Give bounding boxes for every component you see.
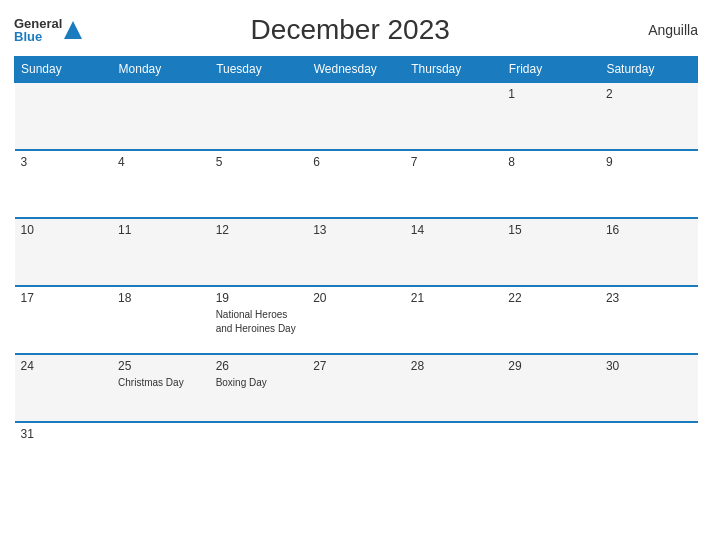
day-cell-1-0: 3 (15, 150, 113, 218)
day-number: 21 (411, 291, 497, 305)
day-number: 15 (508, 223, 594, 237)
day-cell-4-2: 26Boxing Day (210, 354, 308, 422)
day-cell-4-5: 29 (502, 354, 600, 422)
calendar-grid: Sunday Monday Tuesday Wednesday Thursday… (14, 56, 698, 472)
day-cell-1-3: 6 (307, 150, 405, 218)
day-number: 4 (118, 155, 204, 169)
day-number: 16 (606, 223, 692, 237)
day-cell-0-4 (405, 82, 503, 150)
day-cell-3-0: 17 (15, 286, 113, 354)
day-number: 14 (411, 223, 497, 237)
day-cell-4-4: 28 (405, 354, 503, 422)
day-cell-3-4: 21 (405, 286, 503, 354)
day-cell-2-5: 15 (502, 218, 600, 286)
day-number: 3 (21, 155, 107, 169)
day-cell-2-2: 12 (210, 218, 308, 286)
day-cell-5-3 (307, 422, 405, 472)
day-number: 22 (508, 291, 594, 305)
day-cell-4-3: 27 (307, 354, 405, 422)
day-number: 8 (508, 155, 594, 169)
header-saturday: Saturday (600, 57, 698, 83)
day-cell-2-6: 16 (600, 218, 698, 286)
day-cell-1-1: 4 (112, 150, 210, 218)
day-number: 1 (508, 87, 594, 101)
day-cell-3-3: 20 (307, 286, 405, 354)
logo-icon (64, 21, 82, 39)
day-cell-1-6: 9 (600, 150, 698, 218)
day-cell-4-1: 25Christmas Day (112, 354, 210, 422)
day-cell-5-2 (210, 422, 308, 472)
day-cell-4-6: 30 (600, 354, 698, 422)
day-cell-2-3: 13 (307, 218, 405, 286)
day-number: 19 (216, 291, 302, 305)
day-number: 29 (508, 359, 594, 373)
day-number: 9 (606, 155, 692, 169)
header-monday: Monday (112, 57, 210, 83)
day-number: 10 (21, 223, 107, 237)
day-number: 28 (411, 359, 497, 373)
day-cell-0-0 (15, 82, 113, 150)
day-cell-5-0: 31 (15, 422, 113, 472)
day-cell-1-4: 7 (405, 150, 503, 218)
week-row-5: 31 (15, 422, 698, 472)
day-number: 24 (21, 359, 107, 373)
day-cell-5-1 (112, 422, 210, 472)
day-number: 20 (313, 291, 399, 305)
day-event: Boxing Day (216, 377, 267, 388)
day-cell-2-4: 14 (405, 218, 503, 286)
day-number: 13 (313, 223, 399, 237)
day-event: National Heroes and Heroines Day (216, 309, 296, 334)
header-thursday: Thursday (405, 57, 503, 83)
week-row-1: 3456789 (15, 150, 698, 218)
day-cell-5-5 (502, 422, 600, 472)
day-cell-5-4 (405, 422, 503, 472)
header-friday: Friday (502, 57, 600, 83)
header-sunday: Sunday (15, 57, 113, 83)
day-cell-0-6: 2 (600, 82, 698, 150)
calendar-region: Anguilla (618, 22, 698, 38)
day-number: 27 (313, 359, 399, 373)
day-cell-3-5: 22 (502, 286, 600, 354)
day-number: 30 (606, 359, 692, 373)
week-row-4: 2425Christmas Day26Boxing Day27282930 (15, 354, 698, 422)
day-cell-0-5: 1 (502, 82, 600, 150)
day-number: 6 (313, 155, 399, 169)
day-cell-5-6 (600, 422, 698, 472)
day-number: 18 (118, 291, 204, 305)
calendar-container: General Blue December 2023 Anguilla Sund… (0, 0, 712, 550)
logo: General Blue (14, 17, 82, 43)
day-cell-0-1 (112, 82, 210, 150)
day-cell-2-0: 10 (15, 218, 113, 286)
calendar-header: General Blue December 2023 Anguilla (14, 14, 698, 46)
day-cell-4-0: 24 (15, 354, 113, 422)
day-number: 25 (118, 359, 204, 373)
day-event: Christmas Day (118, 377, 184, 388)
day-number: 26 (216, 359, 302, 373)
day-number: 5 (216, 155, 302, 169)
day-cell-1-5: 8 (502, 150, 600, 218)
svg-marker-0 (64, 21, 82, 39)
day-cell-3-2: 19National Heroes and Heroines Day (210, 286, 308, 354)
week-row-3: 171819National Heroes and Heroines Day20… (15, 286, 698, 354)
day-number: 7 (411, 155, 497, 169)
day-cell-0-2 (210, 82, 308, 150)
day-cell-1-2: 5 (210, 150, 308, 218)
day-number: 23 (606, 291, 692, 305)
day-cell-0-3 (307, 82, 405, 150)
day-number: 17 (21, 291, 107, 305)
header-tuesday: Tuesday (210, 57, 308, 83)
logo-blue-text: Blue (14, 30, 62, 43)
day-number: 11 (118, 223, 204, 237)
week-row-0: 12 (15, 82, 698, 150)
header-wednesday: Wednesday (307, 57, 405, 83)
day-cell-2-1: 11 (112, 218, 210, 286)
day-number: 31 (21, 427, 107, 441)
calendar-title: December 2023 (82, 14, 618, 46)
day-cell-3-1: 18 (112, 286, 210, 354)
weekday-header-row: Sunday Monday Tuesday Wednesday Thursday… (15, 57, 698, 83)
week-row-2: 10111213141516 (15, 218, 698, 286)
day-number: 2 (606, 87, 692, 101)
day-number: 12 (216, 223, 302, 237)
day-cell-3-6: 23 (600, 286, 698, 354)
